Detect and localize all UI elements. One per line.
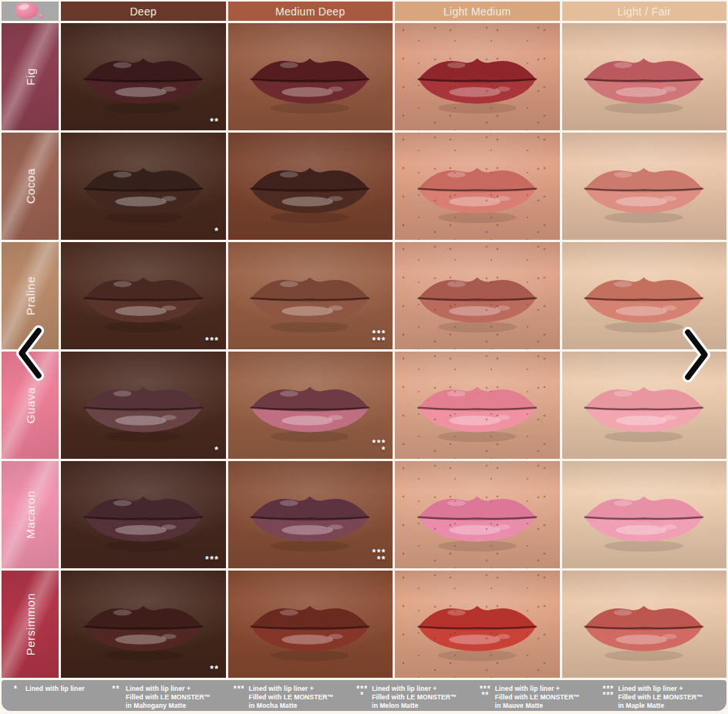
footnote-stars: ****** bbox=[602, 686, 615, 710]
lips-illustration bbox=[573, 143, 715, 229]
legend-footer: *Lined with lip liner**Lined with lip li… bbox=[2, 680, 726, 711]
liner-marks: * bbox=[214, 228, 219, 236]
liner-marks: * bbox=[214, 447, 219, 455]
swatch-photo-cocoa-deep: * bbox=[61, 133, 226, 240]
swatch-photo-fig-medium-deep bbox=[228, 23, 393, 130]
footnote-stars: *** bbox=[233, 686, 246, 710]
footnote-stars: ***** bbox=[479, 686, 492, 710]
lips-illustration bbox=[573, 581, 715, 667]
footnote-text: Lined with lip liner bbox=[25, 685, 85, 693]
swatch-photo-guava-deep: * bbox=[61, 352, 226, 459]
row-label-cocoa: Cocoa bbox=[2, 133, 59, 240]
lips-illustration bbox=[239, 143, 381, 229]
row-label-persimmon: Persimmon bbox=[2, 571, 59, 678]
liner-marks: *** bbox=[205, 338, 220, 345]
swatch-photo-macaron-light-medium bbox=[395, 461, 560, 568]
footnote-6: ******Lined with lip liner +Filled with … bbox=[602, 685, 716, 710]
lips-illustration bbox=[72, 253, 214, 338]
lips-illustration bbox=[72, 472, 214, 557]
footnote-stars: ** bbox=[110, 686, 123, 710]
lips-illustration bbox=[406, 253, 548, 338]
lips-illustration bbox=[239, 34, 381, 120]
swatch-photo-guava-light-medium bbox=[395, 352, 560, 459]
lips-illustration bbox=[406, 472, 548, 557]
lips-illustration bbox=[72, 143, 214, 229]
footnote-2: **Lined with lip liner +Filled with LE M… bbox=[110, 685, 224, 710]
footnote-5: *****Lined with lip liner +Filled with L… bbox=[479, 685, 593, 710]
column-header-medium-deep: Medium Deep bbox=[228, 2, 393, 21]
swatch-photo-persimmon-light-fair bbox=[562, 571, 727, 678]
shade-match-board: DeepMedium DeepLight MediumLight / FairF… bbox=[0, 0, 728, 714]
swatch-photo-macaron-deep: *** bbox=[61, 461, 226, 568]
lips-illustration bbox=[239, 581, 381, 667]
lips-illustration bbox=[406, 34, 548, 120]
swatch-photo-praline-deep: *** bbox=[61, 242, 226, 349]
column-header-light-medium: Light Medium bbox=[395, 2, 560, 21]
footnote-1: *Lined with lip liner bbox=[9, 685, 100, 693]
row-label-text: Persimmon bbox=[24, 593, 37, 655]
footnote-stars: **** bbox=[356, 686, 369, 710]
swatch-photo-macaron-light-fair bbox=[562, 461, 727, 568]
swatch-photo-persimmon-light-medium bbox=[395, 571, 560, 678]
brand-logo-cell bbox=[2, 2, 59, 21]
swatch-photo-persimmon-medium-deep bbox=[228, 571, 393, 678]
footnote-stars: * bbox=[9, 686, 22, 693]
lips-illustration bbox=[72, 581, 214, 667]
lips-illustration bbox=[239, 472, 381, 557]
chevron-right-icon bbox=[677, 326, 714, 383]
lips-illustration bbox=[406, 362, 548, 448]
lips-illustration bbox=[406, 581, 548, 667]
swatch-photo-guava-medium-deep: **** bbox=[228, 352, 393, 459]
swatch-photo-macaron-medium-deep: ***** bbox=[228, 461, 393, 568]
lips-illustration bbox=[239, 253, 381, 338]
footnote-text: Lined with lip liner +Filled with LE MON… bbox=[495, 685, 580, 710]
row-label-text: Praline bbox=[24, 276, 37, 315]
row-label-text: Fig bbox=[24, 68, 37, 86]
row-label-text: Cocoa bbox=[24, 168, 37, 204]
liner-marks: ****** bbox=[372, 331, 386, 345]
gloss-drip-swatch-icon bbox=[2, 2, 59, 21]
swatch-photo-cocoa-light-fair bbox=[562, 133, 727, 240]
lips-illustration bbox=[72, 362, 214, 448]
column-header-deep: Deep bbox=[61, 2, 226, 21]
lips-illustration bbox=[72, 34, 214, 120]
lips-illustration bbox=[573, 34, 715, 120]
row-label-text: Macaron bbox=[24, 490, 37, 539]
lips-illustration bbox=[573, 472, 715, 557]
swatch-photo-praline-light-medium bbox=[395, 242, 560, 349]
swatch-photo-fig-light-medium bbox=[395, 23, 560, 130]
swatch-photo-praline-medium-deep: ****** bbox=[228, 242, 393, 349]
swatch-photo-cocoa-medium-deep bbox=[228, 133, 393, 240]
swatch-photo-cocoa-light-medium bbox=[395, 133, 560, 240]
footnote-text: Lined with lip liner +Filled with LE MON… bbox=[126, 685, 211, 710]
next-arrow-button[interactable] bbox=[677, 326, 714, 383]
footnote-text: Lined with lip liner +Filled with LE MON… bbox=[249, 685, 334, 710]
lips-illustration bbox=[239, 362, 381, 448]
liner-marks: ** bbox=[210, 666, 219, 674]
row-label-fig: Fig bbox=[2, 23, 59, 130]
footnote-3: ***Lined with lip liner +Filled with LE … bbox=[233, 685, 347, 710]
column-header-light-fair: Light / Fair bbox=[562, 2, 727, 21]
lips-illustration bbox=[406, 143, 548, 229]
shade-grid: DeepMedium DeepLight MediumLight / FairF… bbox=[2, 2, 726, 678]
liner-marks: **** bbox=[372, 440, 386, 455]
swatch-photo-fig-deep: ** bbox=[61, 23, 226, 130]
footnote-4: ****Lined with lip liner +Filled with LE… bbox=[356, 685, 470, 710]
liner-marks: ***** bbox=[372, 550, 386, 564]
footnote-text: Lined with lip liner +Filled with LE MON… bbox=[372, 685, 457, 710]
footnote-text: Lined with lip liner +Filled with LE MON… bbox=[618, 685, 703, 710]
row-label-macaron: Macaron bbox=[2, 461, 59, 568]
liner-marks: ** bbox=[210, 119, 219, 126]
swatch-photo-fig-light-fair bbox=[562, 23, 727, 130]
prev-arrow-button[interactable] bbox=[12, 325, 49, 382]
liner-marks: *** bbox=[205, 557, 220, 564]
row-label-text: Guava bbox=[24, 387, 37, 423]
swatch-photo-persimmon-deep: ** bbox=[61, 571, 226, 678]
chevron-left-icon bbox=[12, 325, 49, 382]
